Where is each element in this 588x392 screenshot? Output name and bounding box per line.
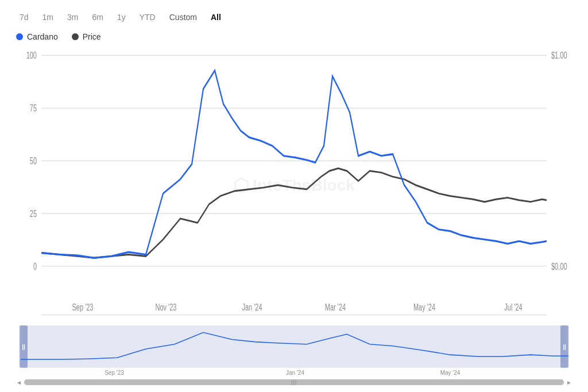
legend-dot-cardano xyxy=(16,33,23,40)
svg-text:$1.00: $1.00 xyxy=(551,51,567,60)
svg-text:Jan '24: Jan '24 xyxy=(242,302,262,312)
svg-text:$0.00: $0.00 xyxy=(551,262,567,271)
btn-all[interactable]: All xyxy=(205,10,227,24)
legend-cardano: Cardano xyxy=(16,32,58,41)
svg-text:May '24: May '24 xyxy=(413,302,435,312)
main-chart-svg: 100 75 50 25 0 $1.00 $0.00 Sep '23 Nov '… xyxy=(14,47,574,323)
btn-6m[interactable]: 6m xyxy=(86,10,109,24)
svg-rect-19 xyxy=(21,325,567,368)
cardano-line xyxy=(41,71,547,258)
range-selector[interactable]: || || Sep '23 Jan '24 May '24 xyxy=(14,325,574,377)
svg-text:Sep '23: Sep '23 xyxy=(105,370,124,376)
btn-1y[interactable]: 1y xyxy=(111,10,131,24)
chart-area: ⬡ IntoTheBlock 100 75 50 25 0 $1.00 $0. xyxy=(14,47,574,386)
legend-dot-price xyxy=(72,33,79,40)
btn-3m[interactable]: 3m xyxy=(61,10,84,24)
svg-text:Mar '24: Mar '24 xyxy=(325,302,346,312)
main-chart-container: ⬡ IntoTheBlock 100 75 50 25 0 $1.00 $0. xyxy=(14,47,574,323)
svg-text:50: 50 xyxy=(30,156,37,166)
scrollbar-thumb[interactable]: ||| xyxy=(24,379,564,385)
mini-chart-svg: || || Sep '23 Jan '24 May '24 xyxy=(14,325,574,377)
btn-custom[interactable]: Custom xyxy=(164,10,203,24)
scrollbar[interactable]: ◄ ||| ► xyxy=(14,378,574,386)
svg-text:0: 0 xyxy=(33,262,37,271)
scroll-left-arrow[interactable]: ◄ xyxy=(14,379,24,386)
svg-text:25: 25 xyxy=(30,209,37,219)
svg-text:Jul '24: Jul '24 xyxy=(504,302,523,312)
legend-label-price: Price xyxy=(83,32,101,41)
app-container: 7d 1m 3m 6m 1y YTD Custom All Cardano Pr… xyxy=(0,0,588,392)
scrollbar-track[interactable]: ||| xyxy=(24,379,564,385)
svg-text:Jan '24: Jan '24 xyxy=(286,370,304,376)
svg-text:||: || xyxy=(22,344,25,350)
svg-text:May '24: May '24 xyxy=(440,370,461,376)
scroll-right-arrow[interactable]: ► xyxy=(564,379,574,386)
svg-text:75: 75 xyxy=(30,103,37,113)
btn-7d[interactable]: 7d xyxy=(14,10,34,24)
legend-price: Price xyxy=(72,32,101,41)
time-range-bar: 7d 1m 3m 6m 1y YTD Custom All xyxy=(14,10,574,24)
svg-text:Nov '23: Nov '23 xyxy=(156,302,177,312)
svg-text:100: 100 xyxy=(26,51,37,60)
scrollbar-grip: ||| xyxy=(291,379,297,385)
legend-label-cardano: Cardano xyxy=(27,32,58,41)
chart-legend: Cardano Price xyxy=(14,32,574,41)
btn-1m[interactable]: 1m xyxy=(37,10,59,24)
btn-ytd[interactable]: YTD xyxy=(134,10,161,24)
svg-text:Sep '23: Sep '23 xyxy=(72,302,94,312)
svg-text:||: || xyxy=(563,344,566,350)
